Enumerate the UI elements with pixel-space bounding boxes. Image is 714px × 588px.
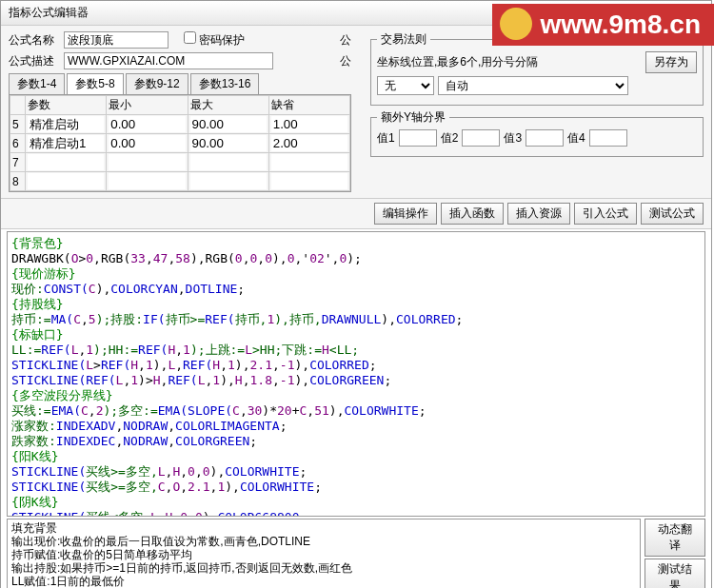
pwd-label: 密码保护	[199, 33, 245, 47]
param-def-input[interactable]	[271, 154, 347, 170]
action-button[interactable]: 插入资源	[507, 203, 570, 225]
param-min-input[interactable]	[109, 173, 185, 189]
desc-line: 输出持股:如果持币>=1日前的持币,返回持币,否则返回无效数,画红色	[11, 561, 636, 575]
rule-select-2[interactable]: 自动	[438, 76, 628, 95]
y-v4: 值4	[567, 130, 585, 147]
param-header: 缺省	[268, 96, 349, 115]
y-v1: 值1	[377, 130, 395, 147]
desc-line: 输出现价:收盘价的最后一日取值设为常数,画青色,DOTLINE	[11, 535, 636, 548]
param-row: 6	[10, 134, 350, 153]
param-row: 8	[10, 172, 350, 191]
side-button[interactable]: 测试结果	[645, 559, 705, 588]
param-def-input[interactable]	[271, 173, 347, 189]
param-name-input[interactable]	[28, 154, 104, 170]
extra-y-legend: 额外Y轴分界	[377, 109, 449, 126]
param-name-input[interactable]	[28, 173, 104, 189]
action-button[interactable]: 插入函数	[441, 203, 504, 225]
param-max-input[interactable]	[190, 173, 267, 189]
editor-window: 指标公式编辑器 公式名称 密码保护 公 公式描述 公 参数1-4参数5-8参数9…	[0, 0, 712, 588]
action-button[interactable]: 引入公式	[574, 203, 637, 225]
saveas-button[interactable]: 另存为	[645, 51, 697, 73]
param-min-input[interactable]	[109, 135, 185, 151]
y-v3: 值3	[504, 130, 522, 147]
desc-line: LL赋值:1日前的最低价	[11, 575, 636, 588]
param-def-input[interactable]	[271, 135, 347, 151]
tab-3[interactable]: 参数13-16	[190, 73, 260, 94]
pwd-checkbox-wrap[interactable]: 密码保护	[184, 31, 245, 49]
param-row: 7	[10, 153, 350, 172]
param-name-input[interactable]	[28, 135, 104, 151]
desc-input[interactable]	[64, 52, 273, 69]
trade-rule-legend: 交易法则	[377, 31, 430, 48]
param-header: 最小	[107, 96, 188, 115]
y-input-2[interactable]	[462, 129, 500, 147]
desc-line: 持币赋值:收盘价的5日简单移动平均	[11, 548, 636, 561]
watermark-badge: www.9m8.cn	[492, 4, 714, 46]
desc-line: 填充背景	[11, 521, 636, 535]
tab-2[interactable]: 参数9-12	[126, 73, 188, 94]
param-def-input[interactable]	[271, 116, 347, 132]
param-max-input[interactable]	[190, 154, 267, 170]
param-max-input[interactable]	[190, 135, 267, 151]
y-input-4[interactable]	[589, 129, 627, 147]
label-desc: 公式描述	[9, 53, 60, 69]
action-button[interactable]: 编辑操作	[374, 203, 437, 225]
label-pub: 公	[340, 32, 351, 49]
rule-select-1[interactable]: 无	[377, 76, 434, 95]
param-header: 参数	[26, 96, 107, 115]
y-v2: 值2	[441, 130, 459, 147]
param-tabs: 参数1-4参数5-8参数9-12参数13-16	[9, 73, 351, 95]
tab-1[interactable]: 参数5-8	[67, 73, 123, 94]
param-grid: 参数最小最大缺省 5678	[9, 95, 351, 192]
coord-note: 坐标线位置,最多6个,用分号分隔	[377, 54, 538, 70]
extra-y-fieldset: 额外Y轴分界 值1 值2 值3 值4	[370, 109, 704, 157]
param-min-input[interactable]	[109, 116, 185, 132]
param-row: 5	[10, 115, 350, 134]
action-toolbar: 编辑操作插入函数插入资源引入公式测试公式	[1, 199, 711, 229]
description-panel[interactable]: 填充背景输出现价:收盘价的最后一日取值设为常数,画青色,DOTLINE持币赋值:…	[7, 519, 641, 588]
code-editor[interactable]: {背景色}DRAWGBK(O>0,RGB(33,47,58),RGB(0,0,0…	[7, 231, 705, 517]
action-button[interactable]: 测试公式	[641, 203, 704, 225]
tab-0[interactable]: 参数1-4	[9, 73, 65, 94]
y-input-1[interactable]	[399, 129, 437, 147]
name-input[interactable]	[64, 31, 169, 49]
label-name: 公式名称	[9, 32, 60, 49]
param-name-input[interactable]	[28, 116, 104, 132]
pwd-checkbox[interactable]	[184, 31, 196, 44]
y-input-3[interactable]	[526, 129, 564, 147]
param-header: 最大	[188, 96, 268, 115]
param-min-input[interactable]	[109, 154, 185, 170]
label-pub2: 公	[340, 53, 351, 69]
param-max-input[interactable]	[190, 116, 267, 132]
side-button-panel: 动态翻译测试结果参数精灵用法注释	[645, 519, 705, 588]
side-button[interactable]: 动态翻译	[645, 519, 705, 557]
